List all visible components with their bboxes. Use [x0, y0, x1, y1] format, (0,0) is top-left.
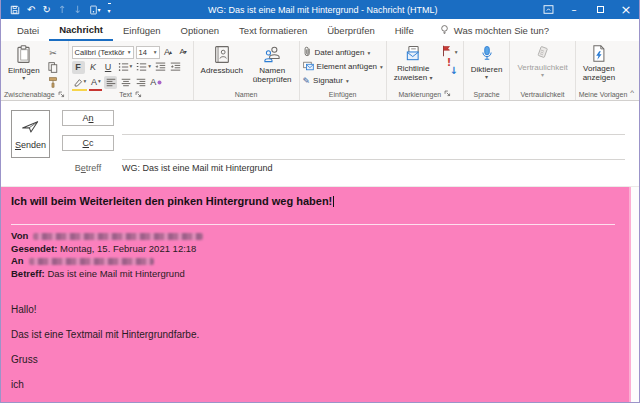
ribbon-display-options-icon[interactable] — [535, 0, 561, 19]
grow-font-icon[interactable]: A▴ — [162, 46, 175, 59]
outlook-message-window: ↶ ↻ ↑ ↓ ▾ ▾ WG: Das ist eine Mail mit Hi… — [0, 0, 640, 403]
quoted-message-separator — [11, 224, 615, 225]
assign-policy-icon — [405, 45, 422, 64]
send-icon — [21, 119, 40, 136]
sensitivity-icon — [535, 45, 550, 63]
sensitivity-group-label: Vertraulichkeit — [521, 91, 565, 98]
quoted-to-line: An — [11, 255, 615, 268]
ribbon: Einfügen ▾ ✂ Zwischenablage — [1, 41, 639, 101]
clipboard-icon — [15, 45, 32, 66]
paste-button[interactable]: Einfügen ▾ — [4, 43, 44, 82]
tell-me-label: Was möchten Sie tun? — [454, 25, 549, 36]
text-highlight-icon[interactable]: ▾ — [72, 76, 88, 89]
move-down-icon: ↓ — [73, 3, 81, 17]
signature-pen-icon: ✎ — [303, 76, 311, 86]
body-scrollbar[interactable] — [629, 187, 639, 402]
tags-dialog-launcher-icon[interactable] — [444, 90, 451, 98]
align-right-icon[interactable] — [134, 76, 147, 89]
ribbon-group-include: Datei anfügen▾ Element anfügen▾ ✎ Signat… — [300, 41, 387, 100]
attach-item-button[interactable]: Element anfügen▾ — [303, 60, 383, 73]
move-up-icon: ↑ — [58, 3, 66, 17]
tab-einfuegen[interactable]: Einfügen — [113, 19, 171, 41]
body-paragraph: Hallo! — [11, 304, 615, 315]
tab-ueberpruefen[interactable]: Überprüfen — [317, 19, 385, 41]
to-input[interactable] — [122, 110, 625, 135]
text-dialog-launcher-icon[interactable] — [135, 91, 142, 99]
numbering-icon[interactable]: ▾ — [135, 61, 152, 74]
lightbulb-icon — [440, 24, 449, 37]
ribbon-group-names: Adressbuch Namen überprüfen Namen — [194, 41, 300, 100]
assign-policy-button[interactable]: Richtlinie zuweisen ▾ — [390, 43, 437, 83]
attach-file-button[interactable]: Datei anfügen▾ — [303, 46, 383, 59]
save-icon[interactable] — [10, 3, 20, 17]
body-paragraph: Das ist eine Textmail mit Hintergrundfar… — [11, 329, 615, 340]
decrease-indent-icon[interactable] — [154, 61, 167, 74]
format-painter-icon[interactable] — [46, 76, 61, 89]
cc-input[interactable] — [122, 135, 625, 160]
align-center-icon[interactable] — [119, 76, 132, 89]
cc-button[interactable]: Cc — [62, 135, 114, 151]
sensitivity-button: Vertraulichkeit ▾ — [513, 43, 571, 79]
subject-input[interactable]: WG: Das ist eine Mail mit Hintergrund — [122, 160, 631, 176]
message-body[interactable]: Ich will beim Weiterleiten den pinken Hi… — [1, 186, 639, 402]
ribbon-tabs: Datei Nachricht Einfügen Optionen Text f… — [1, 19, 639, 41]
ribbon-group-speech: Diktieren ▾ Sprache — [464, 41, 511, 100]
ribbon-group-clipboard: Einfügen ▾ ✂ Zwischenablage — [1, 41, 69, 100]
touch-mode-icon[interactable]: ▾ — [89, 3, 101, 17]
minimize-button[interactable]: – — [561, 0, 587, 19]
compose-header: Senden An Cc Betreff WG: Das ist eine Ma… — [1, 101, 639, 186]
speech-group-label: Sprache — [474, 91, 500, 98]
dictate-button[interactable]: Diktieren ▾ — [467, 43, 507, 81]
clear-formatting-icon[interactable]: A — [149, 76, 163, 89]
quick-access-toolbar: ↶ ↻ ↑ ↓ ▾ ▾ — [1, 3, 111, 17]
subject-label: Betreff — [62, 160, 114, 176]
font-size-select[interactable]: 14▾ — [136, 46, 160, 59]
quoted-sent-line: Gesendet: Montag, 15. Februar 2021 12:18 — [11, 243, 615, 256]
address-book-icon — [213, 45, 231, 66]
maximize-button[interactable] — [587, 0, 613, 19]
tab-hilfe[interactable]: Hilfe — [385, 19, 424, 41]
tab-optionen[interactable]: Optionen — [171, 19, 230, 41]
redo-icon[interactable]: ↻ — [42, 3, 50, 17]
clipboard-group-label: Zwischenablage — [4, 91, 55, 98]
bullets-icon[interactable]: ▾ — [117, 61, 134, 74]
undo-icon[interactable]: ↶ — [27, 3, 35, 17]
paperclip-icon — [303, 46, 312, 59]
view-templates-button[interactable]: Vorlagen anzeigen — [579, 43, 619, 83]
redacted-recipient — [29, 258, 154, 265]
address-book-button[interactable]: Adressbuch — [197, 43, 247, 75]
low-importance-icon[interactable]: ↓ — [449, 66, 457, 76]
increase-indent-icon[interactable] — [169, 61, 182, 74]
clipboard-dialog-launcher-icon[interactable] — [58, 91, 65, 99]
bold-button[interactable]: F — [72, 61, 85, 74]
text-cursor — [333, 196, 334, 207]
window-title: WG: Das ist eine Mail mit Hintergrund - … — [111, 5, 535, 15]
templates-group-label: Meine Vorlagen — [579, 91, 628, 98]
copy-icon[interactable] — [46, 61, 61, 74]
ribbon-group-sensitivity: Vertraulichkeit ▾ Vertraulichkeit — [510, 41, 575, 100]
collapse-ribbon-icon[interactable]: ^ — [630, 88, 634, 97]
align-left-icon[interactable] — [104, 76, 117, 89]
template-page-icon — [591, 45, 606, 64]
ribbon-group-tags: Richtlinie zuweisen ▾ ▾ ! ↓ Markierungen — [387, 41, 464, 100]
ribbon-group-text: Calibri (Textkör▾ 14▾ A▴ A▾ F K U ▾ — [69, 41, 194, 100]
shrink-font-icon[interactable]: A▾ — [177, 46, 190, 59]
names-group-label: Namen — [235, 91, 258, 98]
font-color-icon[interactable]: A▾ — [89, 76, 102, 89]
cut-icon[interactable]: ✂ — [46, 46, 61, 59]
italic-button[interactable]: K — [87, 61, 100, 74]
quoted-from-line: Von — [11, 230, 615, 243]
font-name-select[interactable]: Calibri (Textkör▾ — [72, 46, 134, 59]
titlebar: ↶ ↻ ↑ ↓ ▾ ▾ WG: Das ist eine Mail mit Hi… — [1, 0, 639, 19]
close-button[interactable]: × — [613, 0, 639, 19]
send-button[interactable]: Senden — [11, 110, 50, 158]
signature-button[interactable]: ✎ Signatur▾ — [303, 74, 383, 87]
tab-text-formatieren[interactable]: Text formatieren — [229, 19, 317, 41]
microphone-icon — [480, 45, 494, 65]
underline-button[interactable]: U — [102, 61, 115, 74]
tell-me-search[interactable]: Was möchten Sie tun? — [440, 19, 549, 41]
tab-nachricht[interactable]: Nachricht — [49, 19, 113, 41]
to-button[interactable]: An — [62, 110, 114, 126]
check-names-button[interactable]: Namen überprüfen — [249, 43, 296, 85]
tab-datei[interactable]: Datei — [7, 19, 49, 41]
